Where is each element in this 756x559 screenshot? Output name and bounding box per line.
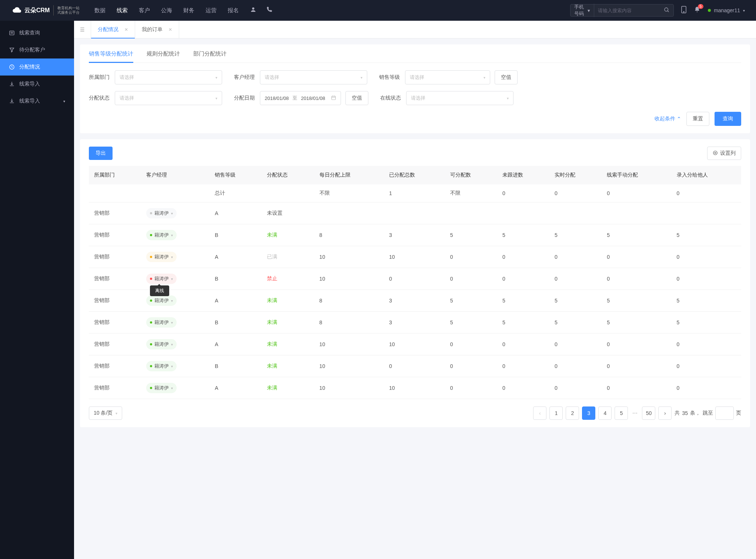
phone-icon[interactable] (266, 6, 272, 15)
status-dot-icon (150, 212, 152, 214)
table-header-cell: 线索手动分配 (602, 166, 671, 184)
page-number-button[interactable]: 4 (598, 406, 612, 420)
sidebar-item[interactable]: 线索导入▾ (0, 93, 74, 110)
page-size-select[interactable]: 10 条/页 ▾ (89, 406, 122, 420)
page-tab[interactable]: 分配情况✕ (91, 21, 135, 39)
date-empty-button[interactable]: 空值 (345, 91, 368, 105)
sidebar-item[interactable]: 待分配客户 (0, 41, 74, 58)
table-panel: 导出 设置列 所属部门客户经理销售等级分配状态每日分配上限已分配总数可分配数未跟… (80, 139, 750, 427)
manual-cell: 0 (602, 334, 671, 355)
sub-tabs: 销售等级分配统计规则分配统计部门分配统计 (89, 50, 741, 63)
sub-tab[interactable]: 规则分配统计 (147, 50, 180, 63)
status-cell: 未设置 (262, 202, 314, 224)
manager-chip[interactable]: 籍涛伊▾ (146, 361, 177, 371)
logo[interactable]: 云朵CRM 教育机构一站 式服务云平台 (11, 4, 80, 16)
table-scroll[interactable]: 所属部门客户经理销售等级分配状态每日分配上限已分配总数可分配数未跟进数实时分配线… (89, 166, 741, 399)
manager-chip[interactable]: 籍涛伊▾ (146, 317, 177, 328)
search-input[interactable] (594, 8, 664, 13)
sidebar-item-label: 线索导入 (19, 98, 40, 104)
table-row: 营销部 籍涛伊▾ A 未满 10 10 0 0 0 0 0 (89, 377, 741, 399)
column-settings-button[interactable]: 设置列 (707, 147, 741, 160)
search-icon[interactable] (664, 7, 670, 14)
user-dropdown[interactable]: manager11 ▾ (708, 7, 745, 13)
manager-chip[interactable]: 籍涛伊▾ (146, 230, 177, 240)
manager-chip[interactable]: 籍涛伊▾ (146, 295, 177, 306)
level-empty-button[interactable]: 空值 (495, 70, 518, 84)
limit-cell: 8 (314, 290, 384, 312)
sidebar-item[interactable]: 分配情况 (0, 58, 74, 76)
limit-cell: 10 (314, 377, 384, 399)
assigned-cell: 3 (384, 290, 445, 312)
available-cell: 5 (445, 312, 497, 334)
dept-cell: 营销部 (89, 290, 141, 312)
status-dot-icon (150, 343, 152, 345)
level-cell: A (210, 290, 262, 312)
manual-cell: 0 (602, 355, 671, 377)
search-type-select[interactable]: 手机号码 ▾ (574, 4, 594, 17)
close-icon[interactable]: ✕ (168, 27, 172, 32)
topnav-item[interactable]: 报名 (228, 7, 239, 14)
page-number-button[interactable]: 1 (549, 406, 563, 420)
manager-chip[interactable]: 籍涛伊▾ (146, 339, 177, 349)
topnav-item[interactable]: 线索 (117, 7, 128, 14)
sidebar-item-label: 线索导入 (19, 81, 40, 87)
manager-chip[interactable]: 籍涛伊▾ (146, 383, 177, 393)
table-header-cell: 客户经理 (141, 166, 210, 184)
close-icon[interactable]: ✕ (124, 27, 128, 32)
search-button[interactable]: 查询 (715, 112, 741, 126)
limit-cell: 10 (314, 246, 384, 268)
topnav-item[interactable]: 客户 (139, 7, 150, 14)
unfollowed-cell: 0 (497, 246, 549, 268)
hamburger-icon[interactable]: ☰ (80, 27, 85, 33)
online-select[interactable]: 请选择▾ (406, 91, 514, 105)
level-select[interactable]: 请选择▾ (405, 70, 490, 84)
dept-cell: 营销部 (89, 268, 141, 290)
unfollowed-cell (497, 202, 549, 224)
page-jump-input[interactable] (715, 406, 734, 420)
sub-tab[interactable]: 部门分配统计 (193, 50, 227, 63)
page-number-button[interactable]: 2 (566, 406, 579, 420)
next-page-button[interactable]: › (658, 406, 672, 420)
user-icon[interactable] (250, 6, 257, 15)
svg-point-13 (715, 152, 716, 154)
online-status-dot (708, 9, 711, 12)
page-number-button[interactable]: 3 (582, 406, 595, 420)
reset-button[interactable]: 重置 (686, 112, 709, 126)
manager-chip[interactable]: 籍涛伊▾ (146, 252, 177, 262)
topnav-item[interactable]: 财务 (183, 7, 194, 14)
last-page-button[interactable]: 50 (642, 406, 655, 420)
manual-cell: 5 (602, 224, 671, 246)
topnav-item[interactable]: 数据 (94, 7, 106, 14)
mgr-select[interactable]: 请选择▾ (260, 70, 367, 84)
date-range-picker[interactable]: 2018/01/08 至 2018/01/08 (260, 91, 341, 105)
level-cell: A (210, 202, 262, 224)
sidebar-item[interactable]: 线索查询 (0, 24, 74, 41)
unfollowed-cell: 0 (497, 355, 549, 377)
page-number-button[interactable]: 5 (615, 406, 628, 420)
other-cell: 0 (672, 334, 741, 355)
topnav-item[interactable]: 公海 (161, 7, 172, 14)
dept-cell: 营销部 (89, 312, 141, 334)
bell-icon[interactable]: 5 (694, 6, 700, 15)
dept-select[interactable]: 请选择▾ (115, 70, 222, 84)
manager-name: 籍涛伊 (154, 319, 169, 326)
limit-cell: 10 (314, 355, 384, 377)
mobile-icon[interactable] (681, 6, 686, 15)
sub-tab[interactable]: 销售等级分配统计 (89, 50, 133, 63)
manager-chip[interactable]: 籍涛伊▾离线 (146, 274, 177, 284)
sidebar-item-label: 分配情况 (19, 64, 40, 70)
online-label: 在线状态 (380, 95, 402, 101)
page-tab[interactable]: 我的订单✕ (135, 21, 179, 39)
topnav-item[interactable]: 运营 (205, 7, 217, 14)
collapse-filters-link[interactable]: 收起条件 ⌃ (655, 116, 681, 122)
prev-page-button[interactable]: ‹ (533, 406, 546, 420)
manager-name: 籍涛伊 (154, 363, 169, 369)
sidebar-item[interactable]: 线索导入 (0, 76, 74, 93)
manager-chip[interactable]: 籍涛伊▾ (146, 208, 177, 218)
level-cell: A (210, 377, 262, 399)
status-dot-icon (150, 234, 152, 236)
other-cell: 5 (672, 224, 741, 246)
table-header-cell: 所属部门 (89, 166, 141, 184)
export-button[interactable]: 导出 (89, 147, 113, 160)
status-select[interactable]: 请选择▾ (115, 91, 222, 105)
